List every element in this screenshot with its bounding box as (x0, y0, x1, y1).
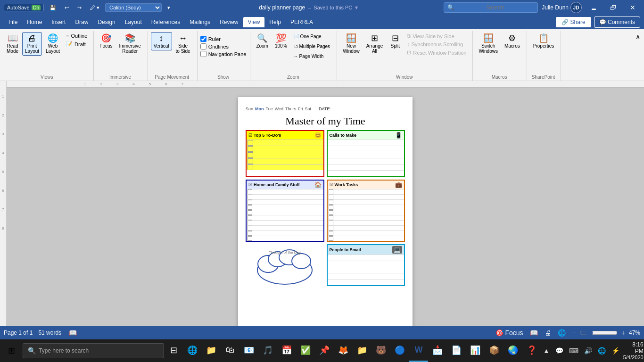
day-sun[interactable]: Sun (246, 107, 253, 111)
taskbar-task-view[interactable]: ⊟ (164, 339, 183, 362)
taskbar-volume-icon[interactable]: 🔊 (582, 345, 594, 356)
day-thurs[interactable]: Thurs (285, 107, 296, 111)
taskbar-battery-icon[interactable]: ⚡ (610, 345, 621, 356)
print-layout-status-button[interactable]: 🖨 (543, 328, 553, 337)
side-to-side-button[interactable]: ↔ Sideto Side (173, 32, 193, 56)
reset-window-position-item[interactable]: ⊡ Reset Window Position (405, 49, 469, 57)
menu-perrla[interactable]: PERRLA (286, 17, 318, 27)
taskbar-todo-icon[interactable]: ✅ (296, 339, 315, 362)
navigation-pane-checkbox-row[interactable]: Navigation Pane (200, 51, 247, 57)
page-width-button[interactable]: ↔ Page Width (291, 52, 333, 61)
taskbar-outlook-icon[interactable]: 📩 (428, 339, 447, 362)
search-input[interactable] (444, 2, 538, 13)
search-container[interactable]: 🔍 (444, 2, 538, 13)
navigation-pane-checkbox[interactable] (200, 51, 206, 57)
100-percent-button[interactable]: 💯 100% (272, 32, 290, 50)
zoom-slider[interactable] (580, 329, 618, 337)
zoom-in-button[interactable]: + (619, 328, 627, 337)
menu-mailings[interactable]: Mailings (185, 17, 215, 27)
taskbar-dropbox-icon[interactable]: 📦 (485, 339, 504, 362)
day-tue[interactable]: Tue (266, 107, 273, 111)
synchronous-scrolling-item[interactable]: ↕ Synchronous Scrolling (405, 41, 469, 48)
multiple-pages-button[interactable]: 🗋 Multiple Pages (291, 42, 333, 51)
taskbar-word-icon[interactable]: W (409, 339, 428, 362)
menu-view[interactable]: View (243, 17, 265, 27)
save-button[interactable]: 💾 (47, 4, 59, 12)
read-mode-button[interactable]: 📖 ReadMode (4, 32, 21, 56)
taskbar-mail-icon[interactable]: 📧 (239, 339, 258, 362)
ruler-checkbox[interactable] (200, 36, 206, 42)
taskbar-firefox-icon[interactable]: 🦊 (334, 339, 353, 362)
view-side-by-side-item[interactable]: ⧉ View Side by Side (405, 32, 469, 40)
menu-references[interactable]: References (147, 17, 185, 27)
font-selector[interactable]: Calibri (Body) (105, 3, 162, 12)
taskbar-app2-icon[interactable]: 📊 (466, 339, 485, 362)
new-window-button[interactable]: 🪟 NewWindow (340, 32, 363, 56)
immersive-reader-button[interactable]: 📚 ImmersiveReader (116, 32, 144, 56)
gridlines-checkbox[interactable] (200, 43, 206, 49)
taskbar-calendar-icon[interactable]: 📅 (277, 339, 296, 362)
split-button[interactable]: ⊟ Split (387, 32, 404, 50)
taskbar-acrobat-icon[interactable]: 📄 (447, 339, 466, 362)
gridlines-checkbox-row[interactable]: Gridlines (200, 43, 247, 49)
taskbar-store-icon[interactable]: 🛍 (221, 339, 239, 362)
macros-button[interactable]: ⚙ Macros (502, 32, 523, 50)
taskbar-teams-icon[interactable]: 🔵 (390, 339, 409, 362)
menu-file[interactable]: File (4, 17, 22, 27)
menu-layout[interactable]: Layout (120, 17, 147, 27)
menu-draw[interactable]: Draw (70, 17, 93, 27)
ruler-checkbox-row[interactable]: Ruler (200, 36, 247, 42)
taskbar-firefox2-icon[interactable]: 🐻 (372, 339, 390, 362)
user-avatar[interactable]: JD (570, 2, 582, 13)
outline-button[interactable]: ≡ Outline (64, 32, 90, 40)
read-mode-status-button[interactable]: 📖 (528, 328, 540, 337)
print-layout-button[interactable]: 🖨 PrintLayout (22, 32, 42, 56)
draft-button[interactable]: 📝 Draft (64, 40, 90, 48)
system-clock[interactable]: 8:16 PM 5/4/2020 (623, 341, 644, 360)
focus-button[interactable]: 🎯 Focus (97, 32, 115, 50)
day-mon[interactable]: Mon (255, 107, 264, 111)
taskbar-arrow-up[interactable]: ▲ (541, 345, 552, 356)
ribbon-collapse[interactable]: ∧ (634, 31, 642, 81)
redo-button[interactable]: ↪ (74, 4, 84, 12)
day-sat[interactable]: Sat (305, 107, 312, 111)
focus-button-status[interactable]: 🎯 Focus (494, 328, 525, 337)
proofing-icon-button[interactable]: 📖 (67, 328, 79, 337)
document-page[interactable]: Sun Mon Tue Wed Thurs Fri Sat DATE:_____… (238, 97, 413, 326)
work-checkbox[interactable]: ☑ (330, 182, 333, 187)
autosave-options-button[interactable]: 🖊 ▾ (87, 4, 102, 12)
search-box[interactable]: 🔍 Type here to search (23, 343, 164, 358)
taskbar-spotify-icon[interactable]: 🎵 (258, 339, 277, 362)
switch-windows-button[interactable]: 🪟 SwitchWindows (476, 32, 501, 56)
zoom-out-button[interactable]: − (570, 328, 578, 337)
taskbar-folder2-icon[interactable]: 📁 (353, 339, 372, 362)
taskbar-sticky-icon[interactable]: 📌 (315, 339, 334, 362)
zoom-button[interactable]: 🔍 Zoom (253, 32, 271, 50)
close-button[interactable]: ✕ (625, 2, 640, 13)
start-button[interactable]: ⊞ (0, 339, 23, 362)
web-layout-button[interactable]: 🌐 WebLayout (43, 32, 63, 56)
comments-button[interactable]: 💬 Comments (594, 16, 640, 28)
undo-button[interactable]: ↩ (62, 4, 72, 12)
restore-button[interactable]: 🗗 (605, 2, 621, 13)
taskbar-network-icon[interactable]: 🌐 (596, 345, 608, 356)
taskbar-edge-icon[interactable]: 🌐 (183, 339, 202, 362)
web-layout-status-button[interactable]: 🌐 (556, 328, 568, 337)
taskbar-support-icon[interactable]: ❓ (522, 339, 541, 362)
taskbar-edge2-icon[interactable]: 🌏 (504, 339, 522, 362)
share-button[interactable]: 🔗 Share (556, 17, 591, 27)
top5-checkbox[interactable]: ☑ (248, 133, 252, 138)
menu-review[interactable]: Review (215, 17, 243, 27)
properties-button[interactable]: 📋 Properties (530, 32, 557, 50)
day-wed[interactable]: Wed (275, 107, 283, 111)
day-fri[interactable]: Fri (298, 107, 303, 111)
quick-access-options[interactable]: ▾ (165, 4, 173, 12)
menu-insert[interactable]: Insert (47, 17, 70, 27)
taskbar-explorer-icon[interactable]: 📁 (202, 339, 221, 362)
menu-home[interactable]: Home (22, 17, 47, 27)
minimize-button[interactable]: 🗕 (586, 2, 602, 13)
one-page-button[interactable]: 📄 One Page (291, 32, 333, 41)
taskbar-chat-icon[interactable]: 💬 (553, 345, 565, 356)
menu-help[interactable]: Help (264, 17, 286, 27)
menu-design[interactable]: Design (93, 17, 120, 27)
